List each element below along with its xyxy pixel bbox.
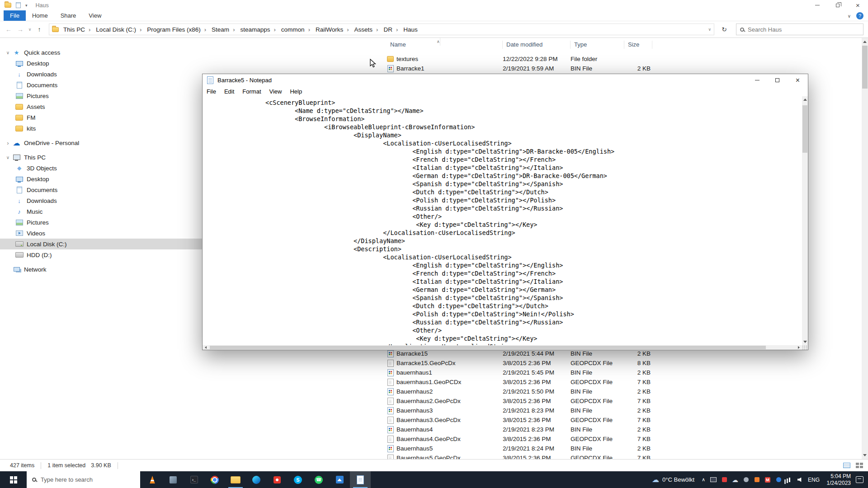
taskbar-clock[interactable]: 5:04 PM 1/24/2023: [822, 473, 854, 487]
qat-customize-chevron-icon[interactable]: [25, 3, 28, 8]
notepad-text-area[interactable]: <cSceneryBlueprint> <Name d:type="cDelta…: [203, 96, 802, 345]
tray-icon-red-app[interactable]: [719, 476, 730, 483]
notepad-menu-item[interactable]: Help: [286, 88, 306, 95]
taskbar-app-button[interactable]: [308, 471, 329, 488]
action-center-icon[interactable]: [854, 471, 865, 488]
file-row[interactable]: textures 12/22/2022 9:28 PM File folder: [378, 54, 862, 64]
file-row[interactable]: bauernhaus1 2/19/2021 5:45 PM BIN File 2…: [378, 368, 862, 377]
explorer-close-button[interactable]: [848, 0, 868, 10]
file-row[interactable]: Bauernhaus5.GeoPcDx 3/8/2015 2:36 PM GEO…: [378, 453, 862, 459]
refresh-icon[interactable]: [719, 23, 730, 35]
notepad-maximize-button[interactable]: [767, 74, 788, 86]
column-header-size[interactable]: Size: [624, 41, 652, 49]
scrollbar-thumb[interactable]: [862, 46, 868, 89]
explorer-search-box[interactable]: [736, 23, 863, 35]
scroll-up-icon[interactable]: [802, 96, 808, 103]
taskbar-app-button[interactable]: [163, 471, 184, 488]
scroll-down-icon[interactable]: [862, 451, 868, 459]
scrollbar-thumb[interactable]: [210, 346, 766, 349]
tree-chevron-icon[interactable]: [5, 155, 11, 160]
sidebar-item-quick-access[interactable]: Quick access: [0, 47, 378, 58]
notepad-document-text[interactable]: <cSceneryBlueprint> <Name d:type="cDelta…: [203, 96, 802, 345]
explorer-restore-button[interactable]: [827, 0, 848, 10]
file-row[interactable]: Bauernhaus4 2/19/2021 8:23 PM BIN File 2…: [378, 425, 862, 434]
explorer-search-input[interactable]: [748, 26, 859, 33]
help-icon[interactable]: [856, 12, 863, 19]
language-indicator[interactable]: ENG: [806, 477, 822, 483]
breadcrumb-item[interactable]: Program Files (x86): [146, 26, 211, 33]
scrollbar-thumb[interactable]: [802, 105, 807, 153]
taskbar-app-button[interactable]: [184, 471, 204, 488]
breadcrumb-item[interactable]: Local Disk (C:): [95, 26, 146, 33]
file-row[interactable]: bauernhaus1.GeoPCDx 3/8/2015 2:36 PM GEO…: [378, 377, 862, 387]
taskbar-app-button[interactable]: [142, 471, 163, 488]
file-row[interactable]: Bauernhaus5 2/19/2021 8:24 PM BIN File 2…: [378, 444, 862, 453]
file-row[interactable]: Bauernhaus2 2/19/2021 5:50 PM BIN File 2…: [378, 387, 862, 396]
thumbnails-view-button[interactable]: [854, 461, 864, 470]
file-row[interactable]: Barracke15 2/19/2021 5:44 PM BIN File 2 …: [378, 349, 862, 358]
forward-button[interactable]: →: [15, 26, 25, 33]
notepad-horizontal-scrollbar[interactable]: [203, 345, 802, 350]
notepad-menu-item[interactable]: View: [265, 88, 286, 95]
notepad-titlebar[interactable]: Barracke5 - Notepad: [203, 74, 808, 86]
taskbar-app-button[interactable]: [329, 471, 350, 488]
taskbar-app-button[interactable]: [288, 471, 308, 488]
breadcrumb-item[interactable]: Haus: [402, 26, 419, 33]
breadcrumb-item[interactable]: DR: [382, 26, 402, 33]
tray-icon-network[interactable]: [784, 476, 795, 483]
file-row[interactable]: Bauernhaus4.GeoPcDx 3/8/2015 2:36 PM GEO…: [378, 434, 862, 444]
notepad-close-button[interactable]: [788, 74, 808, 86]
notepad-minimize-button[interactable]: [747, 74, 767, 86]
notepad-menu-item[interactable]: File: [203, 88, 220, 95]
tree-chevron-icon[interactable]: [5, 140, 11, 146]
column-header-type[interactable]: Type: [571, 41, 624, 49]
scroll-up-icon[interactable]: [862, 38, 868, 46]
file-row[interactable]: Barracke15.GeoPcDx 3/8/2015 2:36 PM GEOP…: [378, 358, 862, 368]
scroll-down-icon[interactable]: [802, 338, 808, 345]
tray-icon-mail[interactable]: [762, 476, 773, 483]
tab-file[interactable]: File: [4, 10, 26, 21]
taskbar-app-button[interactable]: [225, 471, 246, 488]
explorer-minimize-button[interactable]: [807, 0, 827, 10]
tab-home[interactable]: Home: [26, 10, 54, 21]
show-hidden-icons-chevron[interactable]: [699, 477, 708, 483]
tray-icon-volume[interactable]: [795, 476, 806, 483]
resize-grip[interactable]: [802, 345, 808, 350]
tray-icon-display[interactable]: [708, 476, 719, 483]
tab-share[interactable]: Share: [54, 10, 83, 21]
tray-icon-blue-app[interactable]: [773, 476, 784, 483]
taskbar-app-button[interactable]: [204, 471, 225, 488]
breadcrumb-item[interactable]: RailWorks: [315, 26, 354, 33]
weather-widget[interactable]: 0°C Bewölkt: [647, 475, 699, 484]
tab-view[interactable]: View: [82, 10, 108, 21]
notepad-menu-item[interactable]: Format: [238, 88, 265, 95]
recent-locations-chevron-icon[interactable]: [27, 27, 33, 32]
qat-properties-icon[interactable]: [16, 2, 21, 8]
file-row[interactable]: Barracke1 2/19/2021 9:59 AM BIN File 2 K…: [378, 64, 862, 73]
address-bar[interactable]: This PCLocal Disk (C:)Program Files (x86…: [49, 23, 714, 35]
taskbar-app-button[interactable]: [246, 471, 267, 488]
file-list-scrollbar[interactable]: [862, 38, 868, 459]
tree-chevron-icon[interactable]: [5, 50, 11, 55]
up-button[interactable]: ↑: [34, 26, 44, 33]
taskbar-app-button[interactable]: [350, 471, 371, 488]
breadcrumb-item[interactable]: Assets: [354, 26, 383, 33]
address-history-chevron-icon[interactable]: [708, 27, 711, 32]
notepad-vertical-scrollbar[interactable]: [802, 96, 808, 345]
file-row[interactable]: Bauernhaus2.GeoPcDx 3/8/2015 2:36 PM GEO…: [378, 396, 862, 406]
sidebar-item-desktop-pinned[interactable]: Desktop: [0, 58, 378, 69]
tray-icon-orange-app[interactable]: [751, 476, 762, 483]
scroll-right-icon[interactable]: [796, 345, 802, 350]
details-view-button[interactable]: [842, 461, 852, 470]
notepad-menu-item[interactable]: Edit: [220, 88, 238, 95]
tray-icon-gray-app[interactable]: [741, 476, 751, 483]
breadcrumb-item[interactable]: Steam: [211, 26, 239, 33]
file-row[interactable]: Bauernhaus3 2/19/2021 8:23 PM BIN File 2…: [378, 406, 862, 415]
start-button[interactable]: [0, 471, 27, 488]
column-header-date-modified[interactable]: Date modified: [503, 41, 571, 49]
taskbar-app-button[interactable]: [267, 471, 288, 488]
scroll-left-icon[interactable]: [203, 345, 209, 350]
tray-icon-onedrive[interactable]: [730, 476, 741, 483]
breadcrumb-item[interactable]: steamapps: [239, 26, 280, 33]
breadcrumb-item[interactable]: common: [280, 26, 315, 33]
